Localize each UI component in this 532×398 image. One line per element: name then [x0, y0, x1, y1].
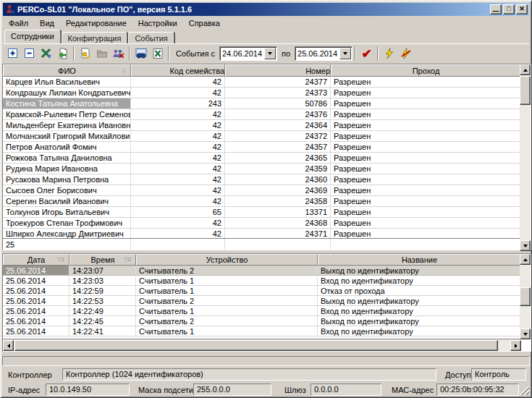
table-cell[interactable]: Карцев Илья Васильевич	[3, 77, 131, 88]
table-row[interactable]: 25.06.201414:23:03Считыватель 1Вход по и…	[3, 276, 531, 286]
table-row[interactable]: Рудина Мария Ивановна4224359Разрешен	[3, 164, 531, 174]
table-cell[interactable]: Разрешен	[331, 77, 521, 88]
minimize-icon[interactable]: —	[490, 4, 502, 14]
table-cell[interactable]: 42	[131, 77, 225, 88]
scroll-right-icon[interactable]	[510, 340, 521, 351]
table-cell[interactable]: 24373	[225, 88, 331, 98]
column-header-event-name[interactable]: Название	[318, 254, 521, 266]
table-cell[interactable]: Крамской-Рылевич Петр Семенович	[3, 109, 131, 120]
tab-employees[interactable]: Сотрудники	[4, 30, 61, 43]
table-cell[interactable]: 42	[131, 88, 225, 98]
table-cell[interactable]: Разрешен	[331, 88, 521, 98]
table-cell[interactable]: 24359	[225, 164, 331, 174]
title-bar[interactable]: PERCo-SL01 "Локальное ПО", версия 5.1.1.…	[3, 3, 529, 16]
table-cell[interactable]: Отказ от прохода	[318, 286, 521, 296]
import-from-excel-button[interactable]	[38, 46, 54, 62]
table-cell[interactable]: Вход по идентификатору	[318, 276, 521, 286]
table-cell[interactable]: Считыватель 1	[136, 276, 318, 286]
table-row[interactable]: Крамской-Рылевич Петр Семенович4224376Ра…	[3, 109, 531, 120]
chevron-down-icon[interactable]	[264, 48, 276, 59]
table-cell[interactable]: Считыватель 1	[136, 306, 318, 316]
chevron-down-icon[interactable]	[339, 48, 351, 59]
scrollbar-thumb[interactable]	[520, 76, 531, 105]
date-to-combobox[interactable]: 25.06.2014	[295, 46, 352, 61]
table-row[interactable]: Троекуров Степан Трофимович4224368Разреш…	[3, 218, 531, 229]
date-from-combobox[interactable]: 24.06.2014	[219, 46, 277, 61]
table-cell[interactable]: 14:22:59	[69, 286, 136, 296]
maximize-icon[interactable]: □	[503, 4, 515, 14]
monitoring-on-button[interactable]	[381, 46, 397, 62]
table-cell[interactable]: Кондрашук Лилиан Кондратьевич	[3, 88, 131, 98]
table-cell[interactable]: 14:22:49	[69, 306, 136, 316]
menu-view[interactable]: Вид	[34, 17, 60, 29]
table-cell[interactable]: 65	[131, 207, 225, 218]
table-cell[interactable]: Выход по идентификатору	[318, 266, 521, 276]
table-cell[interactable]: Разрешен	[331, 109, 521, 120]
table-cell[interactable]: 42	[131, 164, 225, 174]
edit-card-button[interactable]	[77, 46, 93, 62]
table-cell[interactable]: 13371	[225, 207, 331, 218]
table-cell[interactable]: 25.06.2014	[3, 286, 69, 296]
table-cell[interactable]: 42	[131, 174, 225, 185]
table-cell[interactable]: Рожкова Татьяна Даниловна	[3, 153, 131, 164]
table-row[interactable]: Серегин Василий Иванович4224358Разрешен	[3, 196, 531, 207]
resize-grip-icon[interactable]	[520, 386, 529, 395]
table-cell[interactable]: Толкунов Игорь Витальевич	[3, 207, 131, 218]
table-cell[interactable]: Русакова Марина Петровна	[3, 174, 131, 185]
tab-events[interactable]: События	[128, 32, 174, 43]
table-row[interactable]: 25.06.201414:22:53Считыватель 2Выход по …	[3, 296, 531, 306]
table-cell[interactable]: Разрешен	[331, 142, 521, 153]
menu-settings[interactable]: Настройки	[132, 17, 183, 29]
column-header-time[interactable]: Время ▽2	[69, 254, 136, 266]
menu-file[interactable]: Файл	[3, 17, 34, 29]
table-cell[interactable]: 14:23:07	[69, 266, 136, 276]
table-cell[interactable]: 50786	[225, 98, 331, 109]
table-cell[interactable]: Троекуров Степан Трофимович	[3, 218, 131, 229]
column-header-date[interactable]: Дата ▽1	[3, 254, 69, 266]
table-row[interactable]: Кондрашук Лилиан Кондратьевич4224373Разр…	[3, 88, 531, 98]
table-cell[interactable]: Считыватель 1	[136, 326, 318, 336]
table-cell[interactable]: Вход по идентификатору	[318, 306, 521, 316]
paste-document-button[interactable]	[54, 46, 71, 62]
table-row[interactable]: Костина Татьяна Анатольевна24350786Разре…	[3, 98, 531, 109]
table-cell[interactable]: 25.06.2014	[3, 266, 69, 276]
table-cell[interactable]: Серегин Василий Иванович	[3, 196, 131, 207]
table-cell[interactable]: 24372	[225, 131, 331, 142]
menu-edit[interactable]: Редактирование	[60, 17, 132, 29]
table-cell[interactable]: Разрешен	[331, 196, 521, 207]
table-cell[interactable]: Разрешен	[331, 98, 521, 109]
table-cell[interactable]: Считыватель 2	[136, 296, 318, 306]
table-cell[interactable]: Разрешен	[331, 153, 521, 164]
table-cell[interactable]: Мильденберг Екатерина Ивановна	[3, 120, 131, 131]
export-to-excel-button[interactable]	[149, 46, 166, 62]
scroll-up-icon[interactable]	[520, 254, 531, 265]
scroll-left-icon[interactable]	[3, 340, 14, 351]
table-cell[interactable]: Разрешен	[331, 207, 521, 218]
table-row[interactable]: Петров Анатолий Фомич4224357Разрешен	[3, 142, 531, 153]
scroll-up-icon[interactable]	[520, 64, 531, 75]
table-cell[interactable]: Разрешен	[331, 120, 521, 131]
remove-row-button[interactable]	[21, 46, 38, 62]
table-row[interactable]: Толкунов Игорь Витальевич6513371Разрешен	[3, 207, 531, 218]
close-icon[interactable]: ✕	[516, 4, 528, 14]
scrollbar-thumb[interactable]	[520, 287, 531, 306]
table-cell[interactable]: 25.06.2014	[3, 276, 69, 286]
view-events-button[interactable]	[132, 46, 149, 62]
table-cell[interactable]: 42	[131, 218, 225, 229]
table-cell[interactable]: 243	[131, 98, 225, 109]
table-cell[interactable]: Считыватель 2	[136, 316, 318, 326]
scroll-down-icon[interactable]	[520, 240, 531, 251]
table-row[interactable]: 25.06.201414:22:41Считыватель 1Вход по и…	[3, 326, 531, 336]
employees-vertical-scrollbar[interactable]	[520, 64, 531, 251]
table-cell[interactable]: Молчанский Григорий Михайлович	[3, 131, 131, 142]
table-cell[interactable]: 42	[131, 120, 225, 131]
table-cell[interactable]: 42	[131, 196, 225, 207]
table-cell[interactable]: 24369	[225, 185, 331, 196]
events-horizontal-scrollbar[interactable]	[3, 339, 521, 351]
table-row[interactable]: Карцев Илья Васильевич4224377Разрешен	[3, 77, 531, 88]
table-cell[interactable]: 25.06.2014	[3, 296, 69, 306]
table-cell[interactable]: 24376	[225, 109, 331, 120]
table-cell[interactable]: 24360	[225, 174, 331, 185]
table-cell[interactable]: Вход по идентификатору	[318, 326, 521, 336]
apply-button[interactable]: ✔	[358, 46, 375, 62]
